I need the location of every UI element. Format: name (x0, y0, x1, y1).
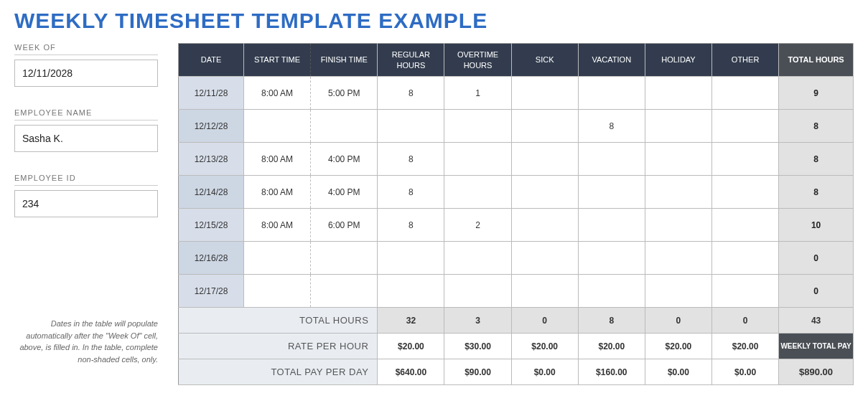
side-panel: WEEK OF 12/11/2028 EMPLOYEE NAME Sasha K… (14, 43, 158, 365)
cell-ot[interactable]: 2 (444, 209, 511, 242)
header-holiday: HOLIDAY (645, 44, 711, 77)
cell-finish[interactable] (311, 275, 378, 308)
instruction-note: Dates in the table will populate automat… (14, 318, 158, 365)
cell-hol[interactable] (645, 110, 711, 143)
pay-hol: $0.00 (645, 359, 711, 385)
cell-ot[interactable] (444, 242, 511, 275)
cell-sick[interactable] (511, 242, 578, 275)
table-row: 12/12/2888 (179, 110, 854, 143)
cell-total: 8 (779, 110, 854, 143)
cell-oth[interactable] (712, 77, 779, 110)
cell-start[interactable] (244, 275, 311, 308)
rate-ot[interactable]: $30.00 (444, 334, 511, 359)
page-title: WEEKLY TIMESHEET TEMPLATE EXAMPLE (14, 9, 854, 33)
cell-hol[interactable] (645, 143, 711, 176)
cell-start[interactable]: 8:00 AM (244, 209, 311, 242)
cell-date: 12/11/28 (179, 77, 244, 110)
cell-start[interactable]: 8:00 AM (244, 143, 311, 176)
header-date: DATE (179, 44, 244, 77)
total-hours-row: TOTAL HOURS 32 3 0 8 0 0 43 (179, 308, 854, 334)
cell-finish[interactable]: 5:00 PM (311, 77, 378, 110)
cell-finish[interactable]: 4:00 PM (311, 176, 378, 209)
week-of-label: WEEK OF (14, 43, 158, 55)
cell-hol[interactable] (645, 242, 711, 275)
table-row: 12/15/288:00 AM6:00 PM8210 (179, 209, 854, 242)
cell-total: 10 (779, 209, 854, 242)
cell-date: 12/12/28 (179, 110, 244, 143)
cell-start[interactable] (244, 242, 311, 275)
rate-sick[interactable]: $20.00 (511, 334, 578, 359)
rate-hol[interactable]: $20.00 (645, 334, 711, 359)
cell-oth[interactable] (712, 176, 779, 209)
cell-hol[interactable] (645, 275, 711, 308)
cell-hol[interactable] (645, 209, 711, 242)
cell-vac[interactable] (578, 275, 645, 308)
rate-row: RATE PER HOUR $20.00 $30.00 $20.00 $20.0… (179, 334, 854, 359)
table-row: 12/17/280 (179, 275, 854, 308)
cell-hol[interactable] (645, 77, 711, 110)
pay-sick: $0.00 (511, 359, 578, 385)
header-sick: SICK (511, 44, 578, 77)
pay-total: $890.00 (779, 359, 854, 385)
cell-reg[interactable]: 8 (378, 176, 444, 209)
cell-reg[interactable]: 8 (378, 143, 444, 176)
rate-vac[interactable]: $20.00 (578, 334, 645, 359)
total-sick: 0 (511, 308, 578, 334)
week-of-input[interactable]: 12/11/2028 (14, 60, 158, 87)
table-row: 12/11/288:00 AM5:00 PM819 (179, 77, 854, 110)
cell-ot[interactable] (444, 110, 511, 143)
cell-finish[interactable]: 4:00 PM (311, 143, 378, 176)
cell-ot[interactable] (444, 143, 511, 176)
cell-sick[interactable] (511, 110, 578, 143)
cell-reg[interactable] (378, 275, 444, 308)
cell-vac[interactable] (578, 242, 645, 275)
cell-total: 9 (779, 77, 854, 110)
header-other: OTHER (712, 44, 779, 77)
cell-oth[interactable] (712, 143, 779, 176)
cell-reg[interactable] (378, 110, 444, 143)
cell-ot[interactable]: 1 (444, 77, 511, 110)
cell-finish[interactable]: 6:00 PM (311, 209, 378, 242)
cell-oth[interactable] (712, 242, 779, 275)
cell-oth[interactable] (712, 275, 779, 308)
total-oth: 0 (712, 308, 779, 334)
cell-finish[interactable] (311, 110, 378, 143)
cell-oth[interactable] (712, 209, 779, 242)
cell-total: 8 (779, 176, 854, 209)
cell-vac[interactable] (578, 77, 645, 110)
cell-vac[interactable] (578, 176, 645, 209)
cell-vac[interactable]: 8 (578, 110, 645, 143)
header-regular: REGULAR HOURS (378, 44, 444, 77)
employee-name-input[interactable]: Sasha K. (14, 125, 158, 152)
cell-vac[interactable] (578, 209, 645, 242)
header-finish: FINISH TIME (311, 44, 378, 77)
cell-ot[interactable] (444, 275, 511, 308)
cell-start[interactable]: 8:00 AM (244, 176, 311, 209)
cell-reg[interactable] (378, 242, 444, 275)
cell-sick[interactable] (511, 77, 578, 110)
cell-vac[interactable] (578, 143, 645, 176)
cell-ot[interactable] (444, 176, 511, 209)
table-row: 12/16/280 (179, 242, 854, 275)
cell-sick[interactable] (511, 176, 578, 209)
cell-start[interactable]: 8:00 AM (244, 77, 311, 110)
table-row: 12/14/288:00 AM4:00 PM88 (179, 176, 854, 209)
cell-sick[interactable] (511, 275, 578, 308)
cell-oth[interactable] (712, 110, 779, 143)
cell-reg[interactable]: 8 (378, 77, 444, 110)
weekly-total-pay-label: WEEKLY TOTAL PAY (779, 334, 854, 359)
rate-oth[interactable]: $20.00 (712, 334, 779, 359)
employee-id-input[interactable]: 234 (14, 190, 158, 217)
rate-reg[interactable]: $20.00 (378, 334, 444, 359)
cell-sick[interactable] (511, 143, 578, 176)
total-ot: 3 (444, 308, 511, 334)
cell-reg[interactable]: 8 (378, 209, 444, 242)
cell-start[interactable] (244, 110, 311, 143)
cell-finish[interactable] (311, 242, 378, 275)
cell-hol[interactable] (645, 176, 711, 209)
cell-total: 0 (779, 275, 854, 308)
total-reg: 32 (378, 308, 444, 334)
header-total: TOTAL HOURS (779, 44, 854, 77)
cell-sick[interactable] (511, 209, 578, 242)
employee-id-label: EMPLOYEE ID (14, 174, 158, 186)
